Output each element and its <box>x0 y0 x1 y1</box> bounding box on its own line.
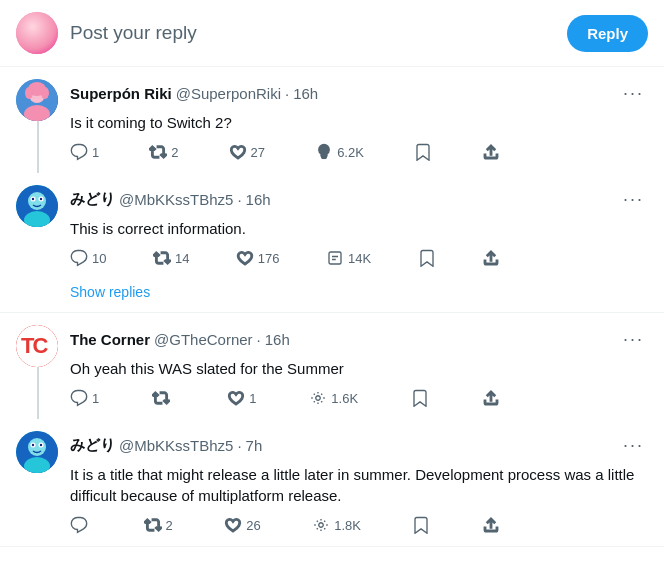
retweet-icon <box>149 143 167 161</box>
svg-text:TC: TC <box>21 333 48 358</box>
views-count: 1.8K <box>334 518 361 533</box>
views-action[interactable]: 6.2K <box>315 143 364 161</box>
views-action[interactable]: 1.8K <box>312 516 361 534</box>
svg-point-16 <box>40 198 42 200</box>
tweet-meta: みどり @MbKKssTBhz5 · 16h <box>70 190 271 209</box>
comment-action[interactable]: 1 <box>70 143 99 161</box>
more-options-button[interactable]: ··· <box>619 325 648 354</box>
svg-rect-17 <box>329 252 341 264</box>
bookmark-action[interactable] <box>414 143 432 161</box>
views-icon <box>309 389 327 407</box>
share-icon <box>482 516 500 534</box>
retweet-icon <box>153 249 171 267</box>
retweet-count: 2 <box>166 518 173 533</box>
bookmark-icon <box>414 143 432 161</box>
share-action[interactable] <box>482 143 500 161</box>
views-count: 6.2K <box>337 145 364 160</box>
avatar <box>16 431 58 473</box>
show-replies-container: Show replies <box>0 279 664 312</box>
tweet-content: みどり @MbKKssTBhz5 · 7h ··· It is a title … <box>70 431 648 546</box>
share-icon <box>482 249 500 267</box>
like-count: 176 <box>258 251 280 266</box>
like-count: 27 <box>251 145 265 160</box>
tweet-header: みどり @MbKKssTBhz5 · 16h ··· <box>70 185 648 214</box>
tweet-text: Is it coming to Switch 2? <box>70 112 648 133</box>
bookmark-icon <box>411 389 429 407</box>
avatar <box>16 79 58 121</box>
tweet-handle: @MbKKssTBhz5 <box>119 191 233 208</box>
tweet-name: みどり <box>70 190 115 209</box>
svg-point-28 <box>319 523 324 528</box>
views-action[interactable]: 1.6K <box>309 389 358 407</box>
retweet-icon <box>152 389 170 407</box>
comment-action[interactable]: 1 <box>70 389 99 407</box>
like-action[interactable]: 26 <box>224 516 260 534</box>
reply-box: Post your reply Reply <box>0 0 664 67</box>
retweet-action[interactable] <box>152 389 174 407</box>
tweet-handle: @GTheCorner <box>154 331 253 348</box>
retweet-icon <box>144 516 162 534</box>
tweet-name: Superpón Riki <box>70 85 172 102</box>
like-action[interactable]: 1 <box>227 389 256 407</box>
like-icon <box>224 516 242 534</box>
show-replies-link[interactable]: Show replies <box>70 284 150 300</box>
views-action[interactable]: 14K <box>326 249 371 267</box>
retweet-action[interactable]: 2 <box>144 516 173 534</box>
tweet-header: Superpón Riki @SuperponRiki · 16h ··· <box>70 79 648 108</box>
more-options-button[interactable]: ··· <box>619 431 648 460</box>
more-options-button[interactable]: ··· <box>619 79 648 108</box>
comment-count: 1 <box>92 145 99 160</box>
more-options-button[interactable]: ··· <box>619 185 648 214</box>
bookmark-action[interactable] <box>412 516 430 534</box>
comment-count: 1 <box>92 391 99 406</box>
comment-count: 10 <box>92 251 106 266</box>
tweet-time: 16h <box>293 85 318 102</box>
tweet-actions: 10 14 176 14K <box>70 239 500 279</box>
tweet-item: TC The Corner @GTheCorner · 16h ··· Oh y… <box>0 313 664 419</box>
tweet-text: Oh yeah this WAS slated for the Summer <box>70 358 648 379</box>
tweet-item: みどり @MbKKssTBhz5 · 16h ··· This is corre… <box>0 173 664 279</box>
share-action[interactable] <box>482 389 500 407</box>
tweet-section-2: TC The Corner @GTheCorner · 16h ··· Oh y… <box>0 313 664 547</box>
svg-point-15 <box>32 198 34 200</box>
bookmark-icon <box>412 516 430 534</box>
retweet-count: 14 <box>175 251 189 266</box>
retweet-action[interactable]: 2 <box>149 143 178 161</box>
comment-action[interactable]: 10 <box>70 249 106 267</box>
tweet-time: 7h <box>246 437 263 454</box>
tweet-handle: @MbKKssTBhz5 <box>119 437 233 454</box>
reply-button[interactable]: Reply <box>567 15 648 52</box>
views-icon <box>312 516 330 534</box>
tweet-actions: 1 2 27 6.2K <box>70 133 500 173</box>
bookmark-action[interactable] <box>411 389 429 407</box>
tweet-content: みどり @MbKKssTBhz5 · 16h ··· This is corre… <box>70 185 648 279</box>
tweet-name: みどり <box>70 436 115 455</box>
bookmark-action[interactable] <box>418 249 436 267</box>
like-icon <box>229 143 247 161</box>
tweet-section-1: Superpón Riki @SuperponRiki · 16h ··· Is… <box>0 67 664 313</box>
avatar <box>16 185 58 227</box>
tweet-actions: 2 26 1.8K <box>70 506 500 546</box>
like-count: 26 <box>246 518 260 533</box>
comment-icon <box>70 516 88 534</box>
svg-point-20 <box>316 396 321 401</box>
tweet-text: This is correct information. <box>70 218 648 239</box>
share-icon <box>482 143 500 161</box>
svg-rect-9 <box>323 158 326 159</box>
tweet-meta: みどり @MbKKssTBhz5 · 7h <box>70 436 262 455</box>
retweet-action[interactable]: 14 <box>153 249 189 267</box>
svg-point-26 <box>32 444 34 446</box>
bookmark-icon <box>418 249 436 267</box>
tweet-name: The Corner <box>70 331 150 348</box>
like-action[interactable]: 27 <box>229 143 265 161</box>
svg-point-7 <box>41 87 49 99</box>
like-count: 1 <box>249 391 256 406</box>
svg-point-11 <box>28 192 46 210</box>
comment-action[interactable] <box>70 516 92 534</box>
like-action[interactable]: 176 <box>236 249 280 267</box>
share-action[interactable] <box>482 516 500 534</box>
share-action[interactable] <box>482 249 500 267</box>
tweet-handle: @SuperponRiki <box>176 85 281 102</box>
comment-icon <box>70 389 88 407</box>
reply-placeholder[interactable]: Post your reply <box>70 22 555 44</box>
